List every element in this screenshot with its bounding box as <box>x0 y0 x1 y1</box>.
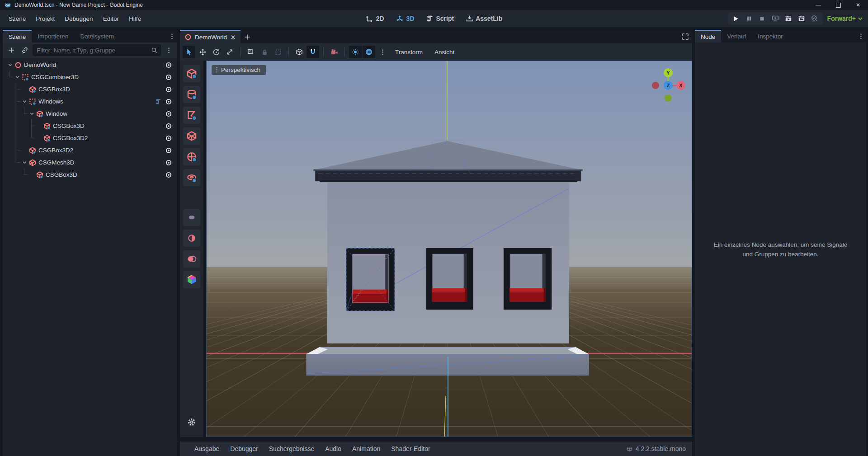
camera-override-toggle[interactable] <box>328 46 340 58</box>
visibility-eye-icon[interactable] <box>165 61 172 69</box>
play-button[interactable] <box>730 13 742 24</box>
snap-toggle[interactable] <box>307 46 319 58</box>
bottom-tab-audio[interactable]: Audio <box>320 445 347 452</box>
collapse-arrow-icon[interactable] <box>28 110 35 118</box>
movie-mode-button[interactable] <box>809 13 821 24</box>
axis-neg-x-ball[interactable] <box>652 82 659 89</box>
visibility-eye-icon[interactable] <box>165 86 172 93</box>
collapse-arrow-icon[interactable] <box>21 98 28 105</box>
switch-3d-button[interactable]: 3D <box>396 15 415 23</box>
operation-union-button[interactable] <box>183 209 200 226</box>
rotate-tool[interactable] <box>210 46 222 58</box>
tree-row[interactable]: CSGBox3D2 <box>3 132 177 144</box>
perspective-menu-button[interactable]: Perspektivisch <box>212 65 266 75</box>
tree-row[interactable]: CSGBox3D <box>3 169 177 181</box>
visibility-eye-icon[interactable] <box>165 135 172 142</box>
play-scene-button[interactable] <box>783 13 794 24</box>
remote-debug-button[interactable] <box>769 13 781 24</box>
menu-hilfe[interactable]: Hilfe <box>124 13 146 25</box>
bottom-tab-animation[interactable]: Animation <box>347 445 386 452</box>
close-tab-icon[interactable] <box>230 34 236 40</box>
axis-neg-y-ball[interactable] <box>665 94 672 102</box>
collapse-arrow-icon[interactable] <box>14 74 21 81</box>
move-tool[interactable] <box>196 46 209 58</box>
list-select-tool[interactable] <box>245 46 257 58</box>
tree-row[interactable]: DemoWorld <box>3 59 177 71</box>
collapse-arrow-icon[interactable] <box>21 159 28 166</box>
operation-intersection-button[interactable] <box>183 230 200 247</box>
scene-tab-demoworld[interactable]: DemoWorld <box>180 30 241 43</box>
left-tab-importieren[interactable]: Importieren <box>32 30 74 42</box>
visibility-eye-icon[interactable] <box>165 98 172 105</box>
group-node-button[interactable] <box>272 46 284 58</box>
play-custom-scene-button[interactable] <box>796 13 807 24</box>
switch-script-button[interactable]: Script <box>426 15 454 22</box>
viewport-settings-gear-button[interactable] <box>183 414 200 431</box>
scene-tree-options-button[interactable] <box>163 44 175 56</box>
collapse-arrow-icon[interactable] <box>6 61 14 69</box>
menu-debuggen[interactable]: Debuggen <box>60 13 98 25</box>
tree-row[interactable]: Windows <box>3 95 177 108</box>
3d-viewport[interactable]: Perspektivisch Y X Z <box>206 61 692 437</box>
bottom-tab-debugger[interactable]: Debugger <box>225 445 264 452</box>
select-tool[interactable] <box>183 46 195 58</box>
pause-button[interactable] <box>743 13 755 24</box>
tree-row[interactable]: CSGMesh3D <box>3 156 177 169</box>
stop-button[interactable] <box>756 13 768 24</box>
scale-tool[interactable] <box>223 46 236 58</box>
visibility-eye-icon[interactable] <box>165 74 172 81</box>
play-custom-scene-icon <box>798 15 805 22</box>
bottom-tab-shader-editor[interactable]: Shader-Editor <box>386 445 435 452</box>
tree-row[interactable]: CSGCombiner3D <box>3 71 177 83</box>
preview-environment-toggle[interactable] <box>363 46 375 58</box>
visibility-eye-icon[interactable] <box>165 110 172 118</box>
visibility-eye-icon[interactable] <box>165 122 172 130</box>
maximize-button[interactable] <box>828 0 848 10</box>
expand-viewport-icon[interactable] <box>679 30 692 43</box>
axis-gizmo[interactable]: Y X Z <box>647 65 689 106</box>
csg-mesh-button[interactable] <box>183 127 200 145</box>
menu-transform[interactable]: Transform <box>390 49 428 56</box>
right-tab-verlauf[interactable]: Verlauf <box>721 30 752 42</box>
bottom-tab-suchergebnisse[interactable]: Suchergebnisse <box>264 445 320 452</box>
tree-row[interactable]: CSGBox3D2 <box>3 144 177 156</box>
tree-row[interactable]: CSGBox3D <box>3 120 177 132</box>
tree-row[interactable]: Window <box>3 108 177 120</box>
menu-ansicht[interactable]: Ansicht <box>429 49 460 56</box>
menu-szene[interactable]: Szene <box>4 13 31 25</box>
left-tab-szene[interactable]: Szene <box>3 30 32 42</box>
tree-row[interactable]: CSGBox3D <box>3 83 177 95</box>
add-node-button[interactable] <box>5 44 17 56</box>
right-dock-menu-icon[interactable] <box>855 31 866 42</box>
right-tab-node[interactable]: Node <box>695 30 721 42</box>
filter-input[interactable] <box>36 47 151 54</box>
right-tab-inspektor[interactable]: Inspektor <box>752 30 789 42</box>
instance-scene-button[interactable] <box>19 44 31 56</box>
menu-editor[interactable]: Editor <box>98 13 124 25</box>
csg-box-button[interactable] <box>183 65 200 82</box>
new-scene-tab-button[interactable] <box>241 31 254 43</box>
switch-2d-button[interactable]: 2D <box>366 15 384 23</box>
lock-node-button[interactable] <box>258 46 271 58</box>
switch-assetlib-button[interactable]: AssetLib <box>466 15 502 22</box>
csg-sphere-button[interactable] <box>183 148 200 165</box>
operation-subtraction-button[interactable] <box>183 250 200 268</box>
visibility-eye-icon[interactable] <box>165 159 172 166</box>
view-extra-menu[interactable] <box>376 46 389 58</box>
left-tab-dateisystem[interactable]: Dateisystem <box>75 30 120 42</box>
csg-polygon-button[interactable] <box>183 107 200 124</box>
gridmap-button[interactable] <box>183 271 200 288</box>
close-button[interactable]: ✕ <box>848 0 868 10</box>
local-space-toggle[interactable] <box>293 46 306 58</box>
visibility-eye-icon[interactable] <box>165 171 172 179</box>
script-icon[interactable] <box>155 99 161 105</box>
menu-projekt[interactable]: Projekt <box>31 13 60 25</box>
preview-sun-toggle[interactable] <box>349 46 362 58</box>
minimize-button[interactable]: — <box>808 0 828 10</box>
csg-torus-button[interactable] <box>183 169 200 186</box>
visibility-eye-icon[interactable] <box>165 147 172 154</box>
bottom-tab-ausgabe[interactable]: Ausgabe <box>189 445 225 452</box>
csg-cylinder-button[interactable] <box>183 86 200 103</box>
left-dock-menu-icon[interactable] <box>166 31 177 42</box>
renderer-selector[interactable]: Forward+ <box>827 15 863 22</box>
